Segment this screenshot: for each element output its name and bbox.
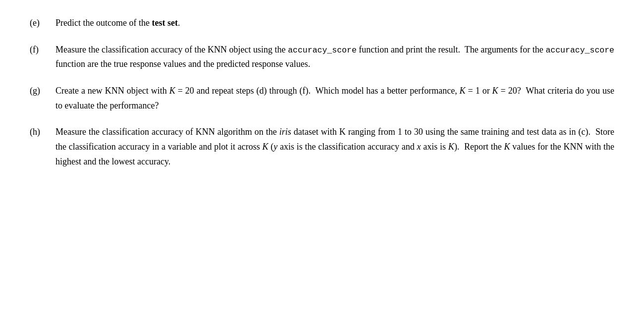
math-k-var: K — [263, 142, 268, 152]
math-x-axis: x — [417, 142, 421, 152]
code-accuracy-score-2: accuracy_score — [545, 46, 614, 55]
item-e: (e) Predict the outcome of the test set. — [30, 16, 614, 31]
item-f-body: Measure the classification accuracy of t… — [55, 43, 614, 72]
math-k-axis: K — [448, 142, 454, 152]
math-k-report: K — [504, 142, 510, 152]
item-f: (f) Measure the classification accuracy … — [30, 43, 614, 72]
italic-iris: iris — [279, 127, 291, 137]
math-k20b: K — [492, 86, 498, 96]
math-y-axis: y — [273, 142, 277, 152]
item-f-label: (f) — [30, 43, 55, 57]
item-h-body: Measure the classification accuracy of K… — [55, 125, 614, 169]
math-k20: K — [169, 86, 175, 96]
bold-test-set: test set — [152, 18, 177, 28]
math-k1: K — [460, 86, 466, 96]
item-g: (g) Create a new KNN object with K = 20 … — [30, 84, 614, 113]
item-e-body: Predict the outcome of the test set. — [55, 16, 614, 31]
code-accuracy-score-1: accuracy_score — [288, 46, 357, 55]
item-g-body: Create a new KNN object with K = 20 and … — [55, 84, 614, 113]
item-g-label: (g) — [30, 84, 55, 98]
main-content: (e) Predict the outcome of the test set.… — [0, 0, 644, 197]
item-e-label: (e) — [30, 16, 55, 30]
item-h-label: (h) — [30, 125, 55, 139]
item-h: (h) Measure the classification accuracy … — [30, 125, 614, 169]
